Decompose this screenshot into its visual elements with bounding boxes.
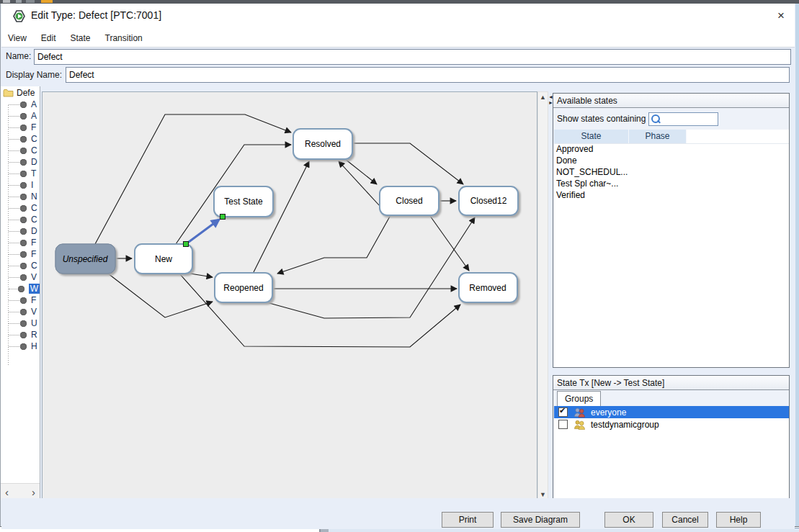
menu-item[interactable]: Edit — [36, 31, 61, 45]
tree-item[interactable]: F — [1, 237, 40, 248]
transition-closed-removed[interactable] — [430, 216, 469, 271]
close-button[interactable]: × — [772, 7, 790, 24]
display-name-input[interactable] — [66, 67, 790, 83]
state-row[interactable]: Test Spl char~... — [554, 179, 789, 190]
state-label: Resolved — [305, 139, 341, 149]
tree-item[interactable]: F — [1, 248, 40, 260]
help-button[interactable]: Help — [716, 512, 761, 528]
tree-item-label: D — [31, 226, 37, 236]
state-bullet-icon — [20, 263, 27, 269]
tree-item[interactable]: A — [1, 99, 40, 110]
group-row[interactable]: testdynamicgroup — [554, 418, 789, 430]
group-row[interactable]: everyone — [554, 406, 789, 418]
tree-item[interactable]: C — [1, 202, 40, 214]
edit-type-dialog: Edit Type: Defect [PTC:7001] × ViewEditS… — [0, 4, 795, 527]
tree-item[interactable]: F — [1, 122, 40, 133]
screen: Edit Type: Defect [PTC:7001] × ViewEditS… — [0, 0, 799, 532]
transition-handle[interactable] — [220, 215, 226, 220]
state-bullet-icon — [20, 205, 27, 212]
tree-item[interactable]: R — [1, 329, 40, 341]
tree-item[interactable]: D — [1, 225, 40, 237]
group-name: testdynamicgroup — [591, 420, 659, 430]
tree-item-label: C — [31, 145, 37, 155]
transition-resolved-closed[interactable] — [345, 159, 377, 184]
transition-closed-resolved[interactable] — [339, 161, 380, 206]
tree-item[interactable]: F — [1, 294, 40, 306]
transition-closed-reopened[interactable] — [277, 215, 390, 274]
tree-item[interactable]: V — [1, 271, 40, 283]
tree-connector — [9, 185, 19, 186]
group-checkbox[interactable] — [558, 420, 568, 429]
state-row[interactable]: Verified — [554, 190, 789, 202]
tree-item-label: D — [31, 157, 37, 167]
background-toolbar-fragment — [26, 0, 35, 3]
transition-unspecified-resolved[interactable] — [95, 114, 291, 244]
tree-root-defect[interactable]: Defe — [1, 86, 40, 99]
tree-item[interactable]: A — [1, 110, 40, 122]
menu-item[interactable]: Transition — [100, 31, 148, 45]
tree-item[interactable]: C — [1, 214, 40, 225]
transition-new-test-state-selected[interactable] — [184, 215, 226, 247]
state-row[interactable]: NOT_SCHEDUL... — [554, 167, 789, 179]
menu-item[interactable]: View — [3, 31, 32, 45]
tree-item[interactable]: C — [1, 145, 40, 156]
tree-connector — [9, 289, 17, 289]
state-label: Test State — [224, 197, 263, 207]
tree-item[interactable]: N — [1, 191, 40, 202]
print-button[interactable]: Print — [442, 512, 494, 528]
tree-item[interactable]: W — [1, 283, 40, 294]
scroll-up-icon[interactable]: ▲ — [538, 94, 548, 101]
column-header-phase[interactable]: Phase — [629, 130, 687, 143]
state-label: Removed — [469, 283, 506, 293]
state-bullet-icon — [20, 194, 27, 200]
tree-item[interactable]: C — [1, 133, 40, 145]
search-input[interactable] — [648, 112, 718, 126]
cancel-button[interactable]: Cancel — [662, 512, 708, 528]
state-row[interactable]: Done — [554, 155, 789, 167]
scroll-down-icon[interactable]: ▼ — [538, 491, 548, 498]
tree-item[interactable]: C — [1, 260, 40, 271]
scroll-right-icon[interactable]: › — [32, 485, 35, 500]
tree-item-label: W — [29, 284, 40, 294]
name-input[interactable] — [34, 49, 791, 65]
tree-item[interactable]: U — [1, 317, 40, 329]
tree-connector — [9, 173, 19, 174]
groups-list: everyone testdynamicgroup — [554, 406, 789, 498]
tree-item[interactable]: T — [1, 168, 40, 179]
tree-item-label: I — [31, 180, 33, 190]
tree-connector — [9, 243, 19, 243]
tree-item[interactable]: H — [1, 341, 40, 352]
tree-item[interactable]: D — [1, 156, 40, 168]
state-bullet-icon — [20, 332, 27, 338]
group-name: everyone — [591, 407, 626, 418]
tree-item[interactable]: I — [1, 179, 40, 191]
state-label: New — [155, 254, 172, 264]
tree-connector — [9, 346, 19, 347]
tree-connector — [9, 162, 19, 163]
transition-new-reopened[interactable] — [190, 274, 213, 277]
menu-item[interactable]: State — [65, 31, 95, 45]
title-bar[interactable]: Edit Type: Defect [PTC:7001] × — [1, 4, 795, 29]
scroll-left-icon[interactable]: ‹ — [5, 485, 9, 500]
tree-connector — [9, 139, 19, 140]
save-diagram-button[interactable]: Save Diagram — [501, 512, 580, 528]
tree-item-label: C — [31, 134, 37, 144]
workflow-canvas[interactable]: Unspecified New Test State Resolved Clos… — [42, 91, 537, 500]
group-checkbox[interactable] — [558, 407, 568, 417]
state-row[interactable]: Approved — [554, 144, 789, 155]
state-label: Reopened — [223, 283, 263, 293]
horizontal-splitter[interactable]: ▲ ▼ — [553, 368, 790, 375]
tree-connector — [9, 231, 19, 232]
ok-button[interactable]: OK — [604, 512, 653, 528]
transition-unspecified-reopened[interactable] — [108, 274, 213, 317]
tree-item-label: C — [31, 203, 37, 213]
tree-item[interactable]: V — [1, 306, 40, 317]
state-bullet-icon — [20, 240, 27, 246]
background-toolbar-fragment — [16, 0, 22, 3]
tab-groups[interactable]: Groups — [557, 391, 601, 406]
column-header-state[interactable]: State — [554, 130, 629, 143]
canvas-vertical-scrollbar[interactable]: ▲ ▼ — [537, 91, 548, 500]
transition-reopened-closed12[interactable] — [267, 217, 475, 318]
transition-handle[interactable] — [184, 242, 189, 247]
tree-items: A A F — [1, 99, 40, 352]
